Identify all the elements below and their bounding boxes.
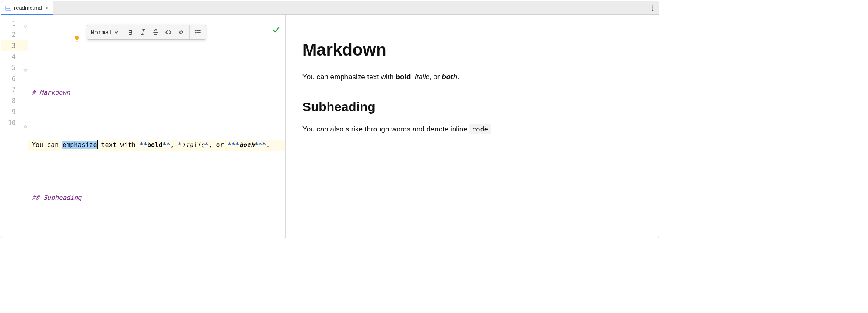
- code-line[interactable]: [28, 218, 285, 229]
- intention-bulb-icon[interactable]: [35, 28, 80, 51]
- text: .: [457, 73, 459, 81]
- line-number: 3: [1, 40, 28, 51]
- more-menu-button[interactable]: [647, 2, 659, 14]
- markdown-file-icon: MD: [5, 5, 11, 11]
- line-number: 4: [1, 51, 28, 62]
- floating-format-toolbar: Normal: [87, 25, 206, 40]
- strikethrough-button[interactable]: [149, 26, 162, 39]
- text: words and denote inline: [389, 125, 469, 133]
- code-line[interactable]: # Markdown: [28, 87, 285, 98]
- text: ,: [411, 73, 414, 81]
- code-line[interactable]: [28, 166, 285, 177]
- status-ok-icon[interactable]: [234, 18, 280, 43]
- italic-icon: [140, 29, 146, 36]
- svg-point-8: [195, 34, 196, 35]
- code-button[interactable]: [162, 26, 175, 39]
- bolditalic-text: both: [239, 141, 255, 149]
- link-icon: [178, 29, 185, 36]
- preview-heading-1: Markdown: [302, 40, 642, 59]
- preview-paragraph: You can also strike through words and de…: [302, 123, 642, 135]
- strikethrough-icon: [152, 29, 159, 36]
- svg-rect-5: [76, 41, 78, 42]
- unordered-list-button[interactable]: [191, 26, 204, 39]
- editor-pane: 1 2 3 4 5 6 7 8 9 10: [1, 15, 286, 238]
- italic-button[interactable]: [137, 26, 149, 39]
- bold-open-marker: **: [140, 141, 147, 149]
- preview-paragraph: You can emphasize text with bold, italic…: [302, 71, 642, 83]
- tab-close-button[interactable]: ×: [45, 5, 49, 11]
- line-number: 2: [1, 29, 28, 40]
- line-number: 7: [1, 84, 28, 95]
- italic-text: italic: [182, 141, 204, 149]
- text: You can emphasize text with: [302, 73, 396, 81]
- bold-close-marker: **: [162, 141, 170, 149]
- inline-code: code: [469, 124, 491, 134]
- code-line[interactable]: You can emphasize text with **bold**, *i…: [28, 140, 285, 151]
- text: .: [491, 125, 495, 133]
- text: text with: [98, 141, 140, 149]
- selection: emphasize: [62, 141, 97, 149]
- chevron-down-icon: [114, 30, 118, 34]
- paragraph-style-dropdown[interactable]: Normal: [91, 29, 118, 36]
- code-line[interactable]: [28, 113, 285, 124]
- editor-body: 1 2 3 4 5 6 7 8 9 10: [1, 15, 659, 238]
- bolditalic-open-marker: ***: [228, 141, 239, 149]
- line-number: 5: [1, 62, 28, 73]
- text: , or: [429, 73, 442, 81]
- fold-handle-icon[interactable]: [22, 21, 28, 26]
- unordered-list-icon: [194, 29, 201, 36]
- tab-label: readme.md: [14, 5, 42, 11]
- svg-point-3: [652, 7, 654, 8]
- ide-window: MD readme.md × 1 2 3 4 5: [1, 1, 659, 238]
- line-number: 1: [1, 18, 28, 29]
- bold-button[interactable]: [124, 26, 137, 39]
- svg-point-7: [195, 32, 196, 33]
- paragraph-style-label: Normal: [91, 29, 112, 36]
- strike-text: strike through: [345, 125, 389, 133]
- fold-handle-icon[interactable]: [22, 120, 28, 126]
- code-icon: [165, 29, 172, 36]
- fold-handle-icon[interactable]: [22, 65, 28, 70]
- text: You can also: [302, 125, 345, 133]
- svg-point-4: [652, 9, 654, 11]
- link-button[interactable]: [175, 26, 188, 39]
- italic-text: italic: [415, 73, 429, 81]
- heading-marker: #: [32, 89, 39, 96]
- text: You can: [32, 141, 62, 149]
- bolditalic-text: both: [442, 73, 457, 81]
- text: .: [266, 141, 270, 149]
- svg-point-6: [195, 30, 196, 31]
- tab-readme[interactable]: MD readme.md ×: [1, 1, 53, 14]
- heading-text: Markdown: [39, 89, 70, 96]
- code-line[interactable]: ## Subheading: [28, 192, 285, 203]
- line-number: 6: [1, 73, 28, 84]
- tab-bar: MD readme.md ×: [1, 1, 659, 15]
- bolditalic-close-marker: ***: [255, 141, 266, 149]
- line-number: 8: [1, 95, 28, 106]
- preview-pane: Markdown You can emphasize text with bol…: [286, 15, 659, 238]
- italic-open-marker: *: [178, 141, 182, 149]
- heading-marker: ##: [32, 194, 43, 201]
- line-number: 9: [1, 106, 28, 117]
- bold-text: bold: [147, 141, 162, 149]
- bold-icon: [127, 29, 134, 36]
- svg-text:MD: MD: [6, 7, 10, 10]
- svg-point-2: [652, 5, 654, 6]
- code-area[interactable]: Normal: [28, 15, 285, 238]
- text: , or: [208, 141, 227, 149]
- preview-heading-2: Subheading: [302, 100, 642, 114]
- line-number: 10: [1, 117, 28, 129]
- bold-text: bold: [396, 73, 411, 81]
- text: ,: [170, 141, 178, 149]
- heading-text: Subheading: [43, 194, 81, 201]
- line-number-gutter: 1 2 3 4 5 6 7 8 9 10: [1, 15, 28, 238]
